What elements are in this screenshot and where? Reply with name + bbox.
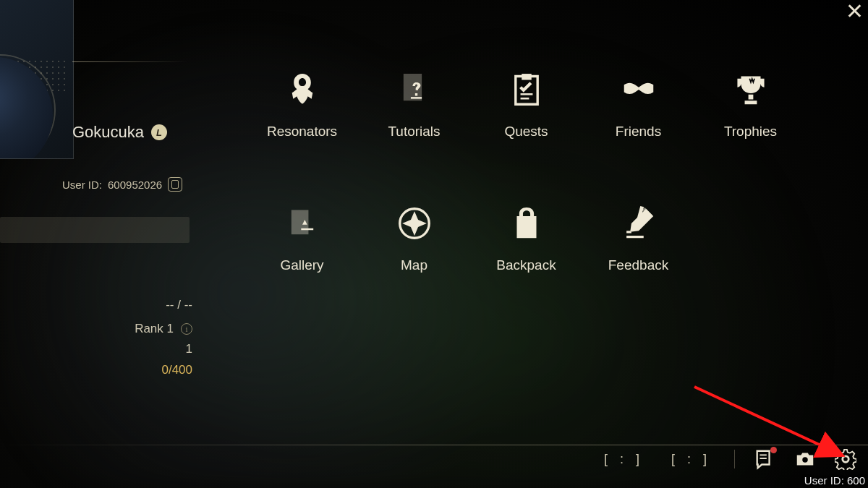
bottom-bar: [ : ] [ : ] [0, 445, 868, 474]
stat-row-rank: Rank 1 i [7, 322, 203, 336]
svg-rect-6 [760, 458, 766, 459]
divider [72, 61, 188, 62]
settings-button[interactable] [835, 448, 856, 470]
svg-point-7 [802, 457, 808, 463]
svg-rect-2 [520, 98, 529, 100]
svg-rect-0 [410, 97, 421, 99]
level-badge-icon: L [151, 124, 167, 140]
info-icon[interactable]: i [181, 323, 192, 335]
user-id-label: User ID: [62, 179, 102, 191]
menu-label: Gallery [280, 257, 323, 273]
trophies-icon [730, 69, 772, 111]
menu-label: Feedback [608, 257, 668, 273]
player-name: Gokucuka [72, 123, 144, 142]
gallery-icon [281, 202, 323, 244]
feedback-icon [618, 202, 660, 244]
avatar-frame[interactable] [0, 0, 74, 159]
time-button-1[interactable]: [ : ] [600, 452, 648, 467]
menu-gallery[interactable]: Gallery [246, 202, 358, 300]
tutorials-icon [393, 69, 435, 111]
menu-backpack[interactable]: Backpack [470, 202, 582, 300]
notice-button[interactable] [754, 448, 775, 470]
signature-field[interactable] [0, 217, 190, 243]
menu-friends[interactable]: Friends [582, 69, 694, 166]
copy-icon[interactable] [168, 177, 182, 192]
user-id-value: 600952026 [108, 179, 162, 191]
menu-label: Resonators [267, 124, 337, 140]
menu-quests[interactable]: Quests [470, 69, 582, 166]
resonators-icon [281, 69, 323, 111]
menu-tutorials[interactable]: Tutorials [358, 69, 470, 166]
close-button[interactable] [848, 3, 868, 23]
user-id-overlay: User ID: 600 [804, 474, 865, 487]
player-name-row: Gokucuka L [72, 123, 167, 142]
time-button-2[interactable]: [ : ] [667, 452, 715, 467]
quests-icon [506, 69, 548, 111]
stat-row-one: 1 [7, 342, 203, 356]
menu-label: Quests [504, 124, 548, 140]
menu-label: Friends [616, 124, 661, 140]
menu-trophies[interactable]: Trophies [694, 69, 807, 166]
svg-rect-5 [760, 454, 766, 455]
menu-map[interactable]: Map [358, 202, 470, 300]
menu-label: Trophies [724, 124, 777, 140]
menu-grid: Resonators Tutorials Quests Friends Trop… [246, 69, 807, 300]
menu-label: Tutorials [388, 124, 440, 140]
user-id-row: User ID: 600952026 [62, 177, 182, 192]
menu-feedback[interactable]: Feedback [582, 202, 694, 300]
profile-panel: Gokucuka L User ID: 600952026 -- / -- Ra… [0, 0, 210, 6]
stat-row-dash: -- / -- [7, 298, 203, 312]
backpack-icon [506, 202, 548, 244]
menu-resonators[interactable]: Resonators [246, 69, 358, 166]
camera-button[interactable] [794, 448, 816, 470]
separator [734, 450, 735, 468]
map-icon [393, 202, 435, 244]
menu-label: Backpack [496, 257, 556, 273]
stat-row-xp: 0/400 [7, 363, 203, 377]
notification-dot-icon [770, 447, 777, 453]
menu-label: Map [401, 257, 427, 273]
friends-icon [618, 69, 660, 111]
svg-rect-1 [520, 93, 532, 95]
